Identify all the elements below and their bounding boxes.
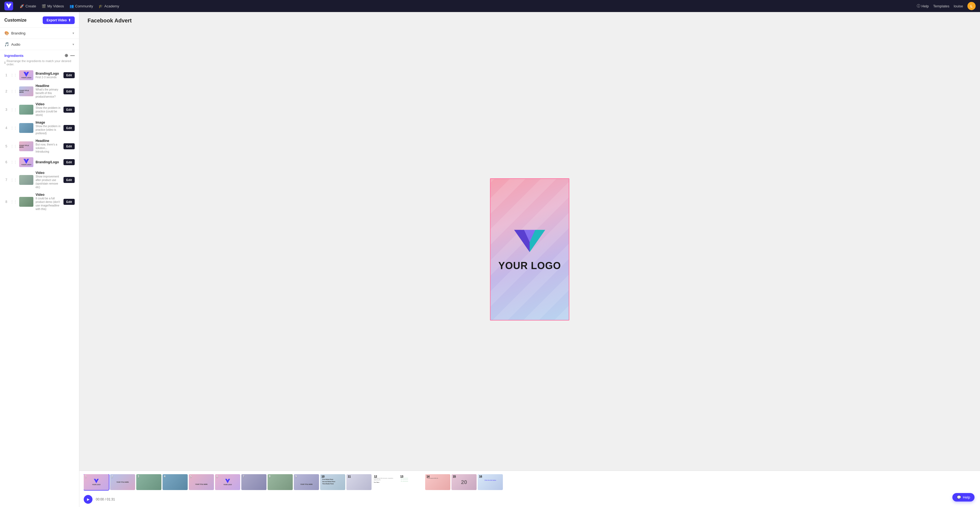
edit-ingredient-7-button[interactable]: Edit [64,177,75,183]
drag-handle-icon[interactable]: ⋮⋮ [10,160,17,164]
timeline-frame-8[interactable]: 8 [267,474,293,490]
video-preview-container: YOUR LOGO [88,28,972,470]
audio-section-toggle[interactable]: 🎵 Audio ▼ [5,42,75,46]
create-icon: 🚀 [20,4,24,8]
ingredient-thumb: YOUR TITLE HERE [19,141,33,151]
audio-chevron-icon: ▼ [72,43,75,46]
timeline-frame-15[interactable]: 15 20 [452,474,477,490]
timeline-frame-9[interactable]: 9 YOUR TITLE HERE [294,474,319,490]
nav-right: ⓘ Help Templates louise L [917,2,975,10]
list-item: 7 ⋮⋮ Video Show improvement after produc… [5,170,75,190]
branding-section-toggle[interactable]: 🎨 Branding ▼ [5,31,75,35]
edit-ingredient-6-button[interactable]: Edit [64,159,75,165]
timeline-area: 1 YOUR LOGO 2 YOUR TITLE HERE 3 [80,470,980,507]
timeline-frame-4[interactable]: 4 [162,474,188,490]
ingredients-section: Ingredients ⊕ — ℹ Rearrange the ingredie… [0,50,79,215]
timeline-frame-2[interactable]: 2 YOUR TITLE HERE [110,474,135,490]
edit-ingredient-4-button[interactable]: Edit [64,125,75,131]
timeline-frame-14[interactable]: 14 Lorem ipsum dolor sit... [425,474,450,490]
audio-icon: 🎵 [5,42,9,46]
list-item: 4 ⋮⋮ Image Show the problem in practice … [5,119,75,136]
add-ingredient-button[interactable]: ⊕ [65,53,68,58]
brand-logo[interactable] [5,2,13,10]
brand-v-logo [512,227,547,254]
edit-ingredient-3-button[interactable]: Edit [64,106,75,113]
ingredient-thumb [19,105,33,114]
video-frame[interactable]: YOUR LOGO [490,178,570,321]
main-layout: Customize Export Video ⬆ 🎨 Branding ▼ 🎵 … [0,12,980,507]
ingredient-thumb: YOUR LOGO [19,157,33,167]
ingredients-hint: ℹ Rearrange the ingredients to match you… [5,59,75,66]
timeline-frame-12[interactable]: 12 Lorem ipsum dolor sit amet, consectet… [372,474,398,490]
navbar: 🚀 Create 🎬 My Videos 👥 Community 🎓 Acade… [0,0,980,12]
export-icon: ⬆ [68,18,71,22]
list-item: 2 ⋮⋮ YOUR TITLE HERE Headline What's the… [5,83,75,100]
nav-my-videos[interactable]: 🎬 My Videos [41,4,64,8]
branding-section: 🎨 Branding ▼ [0,27,79,38]
my-videos-icon: 🎬 [41,4,46,8]
sidebar: Customize Export Video ⬆ 🎨 Branding ▼ 🎵 … [0,12,80,507]
branding-chevron-icon: ▼ [72,32,75,35]
nav-create[interactable]: 🚀 Create [20,4,36,8]
timeline-frame-5[interactable]: 5 YOUR TITLE HERE [189,474,214,490]
timeline-frame-6[interactable]: 6 YOUR LOGO [215,474,240,490]
edit-ingredient-1-button[interactable]: Edit [64,72,75,78]
export-video-button[interactable]: Export Video ⬆ [43,16,75,24]
video-logo-area: YOUR LOGO [498,227,561,272]
nav-academy[interactable]: 🎓 Academy [99,4,119,8]
drag-handle-icon[interactable]: ⋮⋮ [10,73,17,77]
remove-ingredient-button[interactable]: — [70,53,75,58]
content-main: Facebook Advert YOUR [80,12,980,470]
user-avatar[interactable]: L [967,2,975,10]
app-logo-icon [5,2,13,10]
drag-handle-icon[interactable]: ⋮⋮ [10,178,17,182]
ingredient-thumb: YOUR LOGO [19,70,33,80]
page-title: Facebook Advert [88,17,972,24]
drag-handle-icon[interactable]: ⋮⋮ [10,108,17,111]
timeline-frame-11[interactable]: 11 [346,474,372,490]
your-logo-text: YOUR LOGO [498,260,561,272]
list-item: 5 ⋮⋮ YOUR TITLE HERE Headline But now, t… [5,138,75,154]
timeline-frame-7[interactable]: 7 [241,474,266,490]
timeline-frame-10[interactable]: 10 First Bullet Point Second Bullet Poin… [320,474,345,490]
drag-handle-icon[interactable]: ⋮⋮ [10,126,17,130]
ingredient-thumb [19,197,33,207]
playback-bar: ▶ 00:00 / 01:31 [84,492,975,507]
help-float-button[interactable]: 💬 Help [952,493,975,502]
info-icon: ℹ [5,61,5,65]
ingredient-thumb: YOUR TITLE HERE [19,86,33,96]
help-link[interactable]: ⓘ Help [917,3,929,8]
sidebar-title: Customize [5,18,27,23]
edit-ingredient-5-button[interactable]: Edit [64,143,75,149]
ingredient-thumb [19,175,33,185]
branding-icon: 🎨 [5,31,9,35]
drag-handle-icon[interactable]: ⋮⋮ [10,200,17,204]
drag-handle-icon[interactable]: ⋮⋮ [10,145,17,148]
nav-links: 🚀 Create 🎬 My Videos 👥 Community 🎓 Acade… [20,4,910,8]
timeline-frame-1[interactable]: 1 YOUR LOGO [84,474,109,490]
templates-link[interactable]: Templates [933,4,949,8]
timeline-frame-16[interactable]: 16 Click the link below [478,474,503,490]
academy-icon: 🎓 [99,4,103,8]
chat-icon: 💬 [957,495,961,499]
nav-community[interactable]: 👥 Community [70,4,93,8]
timeline-frame-3[interactable]: 3 [136,474,161,490]
edit-ingredient-8-button[interactable]: Edit [64,199,75,205]
timeline-frame-13[interactable]: 13 ✓ ────── ✓ ────── ✓ ────── [399,474,424,490]
list-item: 6 ⋮⋮ YOUR LOGO Branding/Logo Edit [5,156,75,168]
drag-handle-icon[interactable]: ⋮⋮ [10,89,17,93]
audio-section: 🎵 Audio ▼ [0,38,79,50]
list-item: 3 ⋮⋮ Video Show the problem in practice … [5,101,75,118]
help-circle-icon: ⓘ [917,3,920,8]
ingredients-header: Ingredients ⊕ — [5,53,75,58]
play-button[interactable]: ▶ [84,495,92,504]
time-display: 00:00 / 01:31 [96,497,115,501]
content-area: Facebook Advert YOUR [80,12,980,507]
timeline-frames: 1 YOUR LOGO 2 YOUR TITLE HERE 3 [84,474,975,492]
ingredients-label: Ingredients [5,54,24,58]
list-item: 8 ⋮⋮ Video It could be a full product de… [5,192,75,212]
sidebar-header: Customize Export Video ⬆ [0,12,79,27]
community-icon: 👥 [70,4,74,8]
ingredient-thumb [19,123,33,133]
edit-ingredient-2-button[interactable]: Edit [64,88,75,94]
